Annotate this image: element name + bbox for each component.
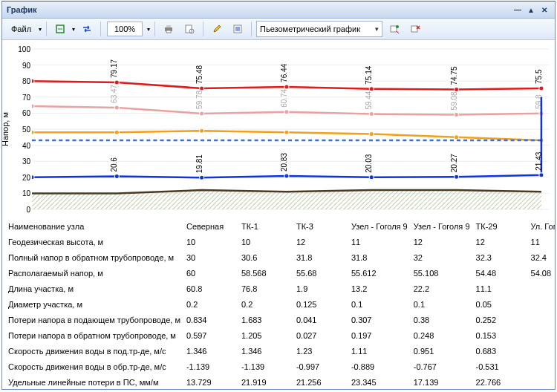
table-row: Длина участка, м60.876.81.913.222.211.1 <box>2 281 555 296</box>
cell: 11 <box>528 234 555 249</box>
y-tick: 10 <box>22 189 30 197</box>
add-series-icon[interactable] <box>385 20 403 38</box>
svg-text:60.74: 60.74 <box>280 88 288 107</box>
svg-rect-3 <box>166 30 171 33</box>
cell: 0.041 <box>293 312 348 327</box>
y-tick: 70 <box>22 93 30 101</box>
svg-point-27 <box>539 86 544 91</box>
cell: 0.1 <box>411 296 473 312</box>
chart-type-value: Пьезометрический график <box>260 24 360 33</box>
svg-text:59.78: 59.78 <box>195 90 203 108</box>
cell: -1.139 <box>238 359 293 374</box>
cell: 0.027 <box>293 327 348 343</box>
row-label: Диаметр участка, м <box>2 296 183 312</box>
svg-point-52 <box>284 130 289 134</box>
close-button[interactable]: ✕ <box>538 4 550 15</box>
cell: 31.8 <box>348 249 411 265</box>
y-tick: 20 <box>22 173 30 181</box>
cell: 0.1 <box>348 296 411 312</box>
y-tick: 50 <box>22 125 30 134</box>
svg-point-51 <box>200 128 204 133</box>
print-icon[interactable] <box>160 20 177 38</box>
svg-text:59.08: 59.08 <box>450 91 458 110</box>
chart-type-combo[interactable]: Пьезометрический график ▾ <box>256 21 382 37</box>
svg-point-36 <box>114 105 119 110</box>
y-axis-label: Напор, м <box>2 112 10 146</box>
y-tick: 0 <box>26 206 30 214</box>
chevron-down-icon: ▾ <box>375 25 379 33</box>
cell <box>528 281 555 296</box>
svg-text:76.44: 76.44 <box>280 63 288 82</box>
cell: ТК-29 <box>473 218 528 234</box>
cell: 30.6 <box>238 249 293 265</box>
cell: 10 <box>183 234 238 249</box>
svg-point-35 <box>32 104 34 108</box>
svg-text:80: 80 <box>32 68 33 77</box>
cell: Северная <box>183 218 238 234</box>
cell: Узел - Гоголя 9 <box>411 218 473 234</box>
cell: ТК-1 <box>238 218 293 234</box>
cell: -0.767 <box>411 359 473 374</box>
data-table: Наименование узлаСевернаяТК-1ТК-3Узел - … <box>2 218 555 389</box>
svg-text:20.27: 20.27 <box>450 154 458 172</box>
sync-icon[interactable] <box>51 20 69 38</box>
cell: 0.951 <box>411 343 473 359</box>
cell: -0.889 <box>348 359 411 374</box>
cell: 13.2 <box>348 281 411 296</box>
cell: 0.248 <box>411 327 473 343</box>
y-tick: 100 <box>18 45 30 53</box>
row-label: Наименование узла <box>2 218 183 234</box>
svg-point-38 <box>284 110 289 114</box>
cell: 17.139 <box>411 374 473 389</box>
toolbar: Файл ▾ ▾ 100% ▾ Пьезометрический график … <box>2 19 555 40</box>
svg-point-26 <box>455 88 459 92</box>
cell: 23.345 <box>348 374 411 389</box>
cell: 54.48 <box>473 265 528 281</box>
cell <box>528 359 555 374</box>
svg-text:75.48: 75.48 <box>195 65 203 84</box>
svg-text:59.44: 59.44 <box>365 91 373 109</box>
cell: 0.197 <box>348 327 411 343</box>
cell: 0.125 <box>293 296 348 312</box>
svg-point-53 <box>369 131 374 136</box>
svg-point-49 <box>32 130 34 134</box>
table-row: Потери напора в подающем трубопроводе, м… <box>2 312 555 327</box>
y-tick: 90 <box>22 61 30 69</box>
cell: 54.08 <box>528 265 555 281</box>
cell: 12 <box>411 234 473 249</box>
svg-point-37 <box>200 111 204 116</box>
table-row: Диаметр участка, м0.20.20.1250.10.10.05 <box>2 296 555 312</box>
swap-icon[interactable] <box>78 20 96 38</box>
cell <box>528 312 555 327</box>
file-menu[interactable]: Файл <box>7 23 36 35</box>
y-tick: 30 <box>22 157 30 166</box>
svg-point-25 <box>369 87 374 91</box>
table-row: Наименование узлаСевернаяТК-1ТК-3Узел - … <box>2 218 555 234</box>
cell: 0.834 <box>183 312 238 327</box>
svg-text:63.47: 63.47 <box>110 84 118 102</box>
cell: 60.8 <box>183 281 238 296</box>
remove-series-icon[interactable] <box>406 20 424 38</box>
cell: 0.683 <box>473 343 528 359</box>
y-tick: 80 <box>22 77 30 85</box>
titlebar: График — ▲ ✕ <box>2 1 555 19</box>
cell: 1.683 <box>238 312 293 327</box>
svg-point-60 <box>369 175 374 180</box>
table-row: Скорость движения воды в обр.тр-де, м/с-… <box>2 359 555 374</box>
maximize-button[interactable]: ▲ <box>525 4 537 15</box>
svg-point-61 <box>455 174 459 179</box>
svg-text:79.17: 79.17 <box>110 59 118 78</box>
svg-point-22 <box>114 80 119 85</box>
cell <box>528 343 555 359</box>
svg-point-8 <box>396 25 399 28</box>
cell: Узел - Гоголя 9 <box>348 218 411 234</box>
minimize-button[interactable]: — <box>512 4 524 15</box>
cell: 11 <box>348 234 411 249</box>
preview-icon[interactable] <box>180 20 198 38</box>
zoom-combo[interactable]: 100% <box>107 22 143 36</box>
svg-point-56 <box>32 175 34 180</box>
cell: 32 <box>411 249 473 265</box>
checklist-icon[interactable] <box>229 20 247 38</box>
svg-text:74.75: 74.75 <box>450 66 458 85</box>
edit-icon[interactable] <box>208 20 226 38</box>
